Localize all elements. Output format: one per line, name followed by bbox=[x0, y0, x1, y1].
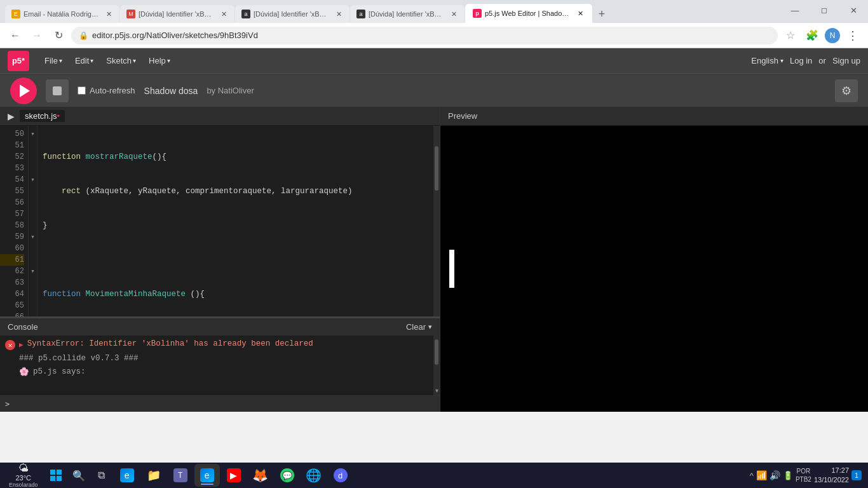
browser-tabs: E Email - Natália Rodrigues – ✕ M [Dúvid… bbox=[5, 0, 775, 23]
tab3-label: [Dúvida] Identifier 'xBolinha' bbox=[254, 10, 330, 18]
console-info-collide: ### p5.collide v0.7.3 ### bbox=[5, 354, 428, 363]
windows-logo bbox=[50, 470, 62, 481]
taskbar-app-edge[interactable]: e bbox=[114, 464, 140, 487]
notification-badge[interactable]: 1 bbox=[851, 470, 862, 480]
error-expand-arrow[interactable]: ▶ bbox=[19, 341, 24, 349]
console-error-row: ✕ ▶ SyntaxError: Identifier 'xBolinha' h… bbox=[5, 339, 428, 350]
taskbar-app-firefox[interactable]: 🦊 bbox=[248, 464, 273, 487]
sketch-by: by NatiOliver bbox=[207, 86, 254, 95]
console-input-row: > bbox=[0, 395, 440, 412]
fold-54[interactable]: ▾ bbox=[29, 174, 37, 186]
browser-tab-4[interactable]: a [Dúvida] Identifier 'xBolinha' ✕ bbox=[350, 5, 465, 23]
file-menu-label: File bbox=[44, 56, 58, 65]
help-menu[interactable]: Help ▾ bbox=[142, 53, 177, 68]
console-input[interactable] bbox=[12, 400, 435, 409]
new-tab-button[interactable]: + bbox=[593, 5, 611, 23]
language-selector[interactable]: English ▾ bbox=[751, 56, 783, 65]
file-menu[interactable]: File ▾ bbox=[38, 53, 69, 68]
search-taskbar-button[interactable]: 🔍 bbox=[69, 465, 89, 485]
tray-volume[interactable]: 🔊 bbox=[770, 470, 780, 480]
auto-refresh-checkbox[interactable] bbox=[78, 86, 86, 95]
code-line-51: rect (xRaquete, yRaquete, comprimentoraq… bbox=[43, 186, 428, 197]
editor-scrollbar-thumb[interactable] bbox=[435, 146, 438, 191]
tray-time: 17:27 bbox=[814, 466, 849, 475]
tab4-close[interactable]: ✕ bbox=[449, 10, 458, 18]
tray-battery[interactable]: 🔋 bbox=[783, 471, 793, 480]
code-editor[interactable]: 50 51 52 53 54 55 56 57 58 59 60 61 62 6… bbox=[0, 126, 440, 316]
auto-refresh-label[interactable]: Auto-refresh bbox=[78, 86, 135, 95]
console-scrollbar-bottom-arrow[interactable]: ▾ bbox=[435, 387, 438, 394]
stop-button[interactable] bbox=[46, 79, 69, 102]
tray-wifi[interactable]: 📶 bbox=[756, 470, 767, 480]
extension-icon[interactable]: 🧩 bbox=[803, 27, 821, 44]
p5-logo[interactable]: p5* bbox=[8, 51, 29, 71]
line-num-62: 62 bbox=[0, 266, 24, 277]
taskbar-app-discord[interactable]: d bbox=[328, 464, 353, 487]
taskbar-app-youtube[interactable]: ▶ bbox=[221, 464, 247, 487]
svg-rect-0 bbox=[50, 470, 55, 475]
close-button[interactable]: ✕ bbox=[839, 0, 868, 20]
tray-time-date[interactable]: 17:27 13/10/2022 bbox=[814, 466, 849, 485]
tab2-close[interactable]: ✕ bbox=[219, 10, 228, 18]
taskbar-app-files[interactable]: 📁 bbox=[141, 464, 166, 487]
line-num-52: 52 bbox=[0, 151, 24, 163]
tab5-favicon: p bbox=[473, 9, 482, 18]
login-link[interactable]: Log in bbox=[790, 56, 812, 65]
edit-menu[interactable]: Edit ▾ bbox=[69, 53, 100, 68]
taskbar-app-whatsapp[interactable]: 💬 bbox=[275, 464, 300, 487]
taskbar-app-teams[interactable]: T bbox=[168, 464, 193, 487]
menu-bar: File ▾ Edit ▾ Sketch ▾ Help ▾ bbox=[38, 53, 177, 68]
weather-condition: Ensolarado bbox=[9, 482, 38, 488]
svg-rect-1 bbox=[57, 470, 62, 475]
taskbar-app-chrome[interactable]: 🌐 bbox=[301, 464, 327, 487]
star-icon[interactable]: ☆ bbox=[782, 27, 799, 44]
back-button[interactable]: ← bbox=[6, 27, 24, 44]
tab4-label: [Dúvida] Identifier 'xBolinha' bbox=[369, 10, 445, 18]
fold-56 bbox=[29, 197, 37, 208]
tray-chevron[interactable]: ^ bbox=[750, 471, 754, 480]
sketch-menu[interactable]: Sketch ▾ bbox=[100, 53, 142, 68]
minimize-button[interactable]: — bbox=[780, 0, 810, 20]
app-header: p5* File ▾ Edit ▾ Sketch ▾ Help ▾ Englis… bbox=[0, 48, 868, 74]
tab1-close[interactable]: ✕ bbox=[104, 10, 113, 18]
tab3-close[interactable]: ✕ bbox=[334, 10, 343, 18]
start-button[interactable] bbox=[44, 464, 67, 487]
settings-button[interactable]: ⚙ bbox=[835, 79, 858, 102]
editor-scrollbar[interactable] bbox=[433, 126, 440, 316]
code-lines[interactable]: function mostrarRaquete(){ rect (xRaquet… bbox=[37, 126, 433, 316]
console-clear-label: Clear bbox=[406, 322, 426, 332]
console-scrollbar-thumb[interactable] bbox=[435, 339, 438, 365]
tray-lang[interactable]: PORPTB2 bbox=[796, 467, 811, 484]
browser-menu-button[interactable]: ⋮ bbox=[844, 27, 862, 44]
code-line-53 bbox=[43, 254, 428, 266]
line-numbers: 50 51 52 53 54 55 56 57 58 59 60 61 62 6… bbox=[0, 126, 29, 316]
play-button[interactable] bbox=[10, 78, 37, 104]
browser-tab-1[interactable]: E Email - Natália Rodrigues – ✕ bbox=[5, 5, 119, 23]
fold-50[interactable]: ▾ bbox=[29, 128, 37, 140]
browser-tab-5[interactable]: p p5.js Web Editor | Shadow d ✕ bbox=[465, 4, 592, 23]
editor-collapse-button[interactable]: ▶ bbox=[5, 110, 17, 123]
weather-widget[interactable]: 🌤 23°C Ensolarado bbox=[4, 463, 43, 488]
refresh-button[interactable]: ↻ bbox=[50, 27, 67, 44]
line-num-60: 60 bbox=[0, 243, 24, 254]
browser-tab-2[interactable]: M [Dúvida] Identifier 'xBolinha' ✕ bbox=[120, 5, 234, 23]
signup-link[interactable]: Sign up bbox=[832, 56, 860, 65]
taskview-button[interactable]: ⧉ bbox=[90, 464, 113, 487]
sketch-title: Shadow dosa bbox=[144, 86, 198, 96]
address-bar[interactable]: 🔒 editor.p5js.org/NatiOliver/sketches/9h… bbox=[71, 27, 778, 44]
editor-tab-sketchjs[interactable]: sketch.js• bbox=[20, 110, 65, 122]
browser-tab-3[interactable]: a [Dúvida] Identifier 'xBolinha' ✕ bbox=[235, 5, 349, 23]
forward-button[interactable]: → bbox=[28, 27, 46, 44]
console-scrollbar[interactable]: ▾ bbox=[433, 336, 440, 395]
fold-62[interactable]: ▾ bbox=[29, 266, 37, 277]
error-icon: ✕ bbox=[5, 340, 15, 350]
profile-avatar[interactable]: N bbox=[825, 28, 840, 43]
fold-59[interactable]: ▾ bbox=[29, 231, 37, 243]
taskbar-app-edge2[interactable]: e bbox=[194, 464, 220, 487]
tab5-close[interactable]: ✕ bbox=[576, 9, 585, 18]
maximize-button[interactable]: ◻ bbox=[810, 0, 839, 20]
code-line-50: function mostrarRaquete(){ bbox=[43, 151, 428, 163]
console-clear-button[interactable]: Clear ▾ bbox=[406, 322, 432, 332]
line-num-66: 66 bbox=[0, 311, 24, 316]
tab1-favicon: E bbox=[11, 10, 20, 18]
